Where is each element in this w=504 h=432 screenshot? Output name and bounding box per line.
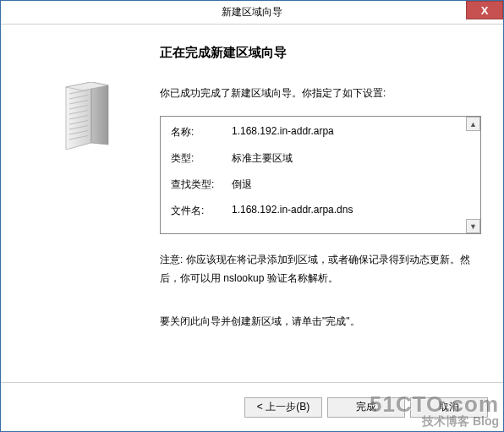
main-panel: 正在完成新建区域向导 你已成功完成了新建区域向导。你指定了如下设置: ▲ ▼ 名…	[155, 36, 485, 374]
settings-summary-box: ▲ ▼ 名称: 1.168.192.in-addr.arpa 类型: 标准主要区…	[160, 116, 481, 234]
note-text: 注意: 你应该现在将记录添加到区域，或者确保记录得到动态更新。然后，你可以用 n…	[160, 251, 481, 287]
close-button[interactable]: X	[466, 1, 503, 19]
summary-intro-text: 你已成功完成了新建区域向导。你指定了如下设置:	[160, 86, 481, 101]
server-tower-icon	[58, 82, 117, 151]
setting-value-name: 1.168.192.in-addr.arpa	[232, 125, 470, 139]
close-icon: X	[481, 4, 489, 17]
scroll-down-button[interactable]: ▼	[466, 219, 480, 233]
content-area: 正在完成新建区域向导 你已成功完成了新建区域向导。你指定了如下设置: ▲ ▼ 名…	[1, 25, 503, 382]
window-title: 新建区域向导	[222, 5, 282, 19]
page-heading: 正在完成新建区域向导	[160, 45, 481, 61]
sidebar-graphic-area	[19, 36, 155, 374]
setting-label-name: 名称:	[171, 125, 232, 139]
setting-label-file: 文件名:	[171, 204, 232, 218]
cancel-button[interactable]: 取消	[410, 397, 488, 418]
setting-row-name: 名称: 1.168.192.in-addr.arpa	[171, 125, 470, 139]
setting-row-lookup: 查找类型: 倒退	[171, 178, 470, 192]
scroll-up-button[interactable]: ▲	[466, 117, 480, 131]
chevron-up-icon: ▲	[469, 120, 477, 129]
svg-marker-1	[91, 82, 108, 145]
setting-label-type: 类型:	[171, 151, 232, 166]
closing-instruction: 要关闭此向导并创建新区域，请单击"完成"。	[160, 314, 481, 329]
setting-value-lookup: 倒退	[232, 178, 470, 192]
finish-button[interactable]: 完成	[327, 397, 405, 418]
chevron-down-icon: ▼	[469, 222, 477, 231]
setting-row-file: 文件名: 1.168.192.in-addr.arpa.dns	[171, 204, 470, 218]
wizard-window: 新建区域向导 X	[0, 0, 504, 432]
titlebar: 新建区域向导 X	[1, 1, 503, 25]
back-button[interactable]: < 上一步(B)	[244, 397, 322, 418]
setting-label-lookup: 查找类型:	[171, 178, 232, 192]
setting-value-type: 标准主要区域	[232, 151, 470, 166]
setting-value-file: 1.168.192.in-addr.arpa.dns	[232, 204, 470, 218]
button-bar: < 上一步(B) 完成 取消	[1, 382, 503, 431]
setting-row-type: 类型: 标准主要区域	[171, 151, 470, 166]
